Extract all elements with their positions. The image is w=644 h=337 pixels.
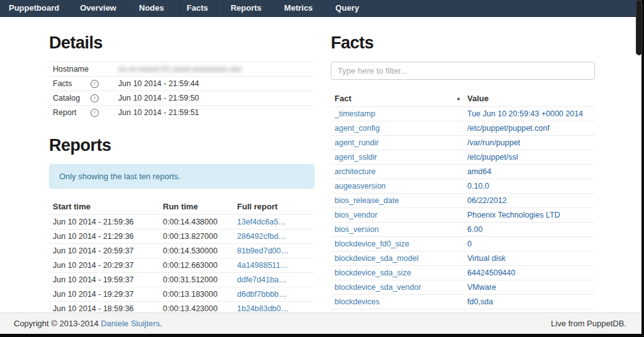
fact-row: blockdevice_sda_size 64424509440 — [331, 265, 595, 280]
details-title: Details — [49, 33, 314, 53]
navbar-item[interactable]: Reports — [219, 0, 273, 16]
details-row-timestamp: Jun 10 2014 - 21:59:50 — [118, 94, 311, 102]
copyright-text: Copyright © 2013-2014 Daniele Sluijters. — [14, 319, 162, 328]
fact-name-link[interactable]: blockdevice_sda_model — [335, 254, 418, 263]
report-hash-link[interactable]: 13ef4dc6a5… — [237, 218, 286, 226]
facts-filter-input[interactable] — [331, 62, 595, 80]
facts-col-fact[interactable]: Fact — [335, 94, 352, 103]
navbar-item[interactable]: Metrics — [273, 0, 325, 16]
details-row: Catalog ↑ Jun 10 2014 - 21:59:50 — [49, 91, 314, 105]
fact-name-link[interactable]: architecture — [335, 167, 375, 176]
details-row-timestamp: Jun 10 2014 - 21:59:44 — [118, 79, 311, 88]
hostname-value-redacted: xx-xx-xxxxx-01.xxxxl.xxxxxxxxx.xxx — [118, 65, 311, 74]
details-row-label: Report — [53, 108, 91, 117]
fact-name-link[interactable]: augeasversion — [335, 182, 386, 191]
report-row: Jun 10 2014 - 21:29:36 0:00:13.827000 28… — [49, 229, 314, 243]
window-bottom-edge — [0, 334, 644, 337]
report-hash-link[interactable]: 1b24b83db0… — [237, 304, 289, 313]
report-start-time: Jun 10 2014 - 18:59:36 — [53, 304, 163, 313]
report-hash-link[interactable]: d6dbf7bbbb… — [237, 290, 287, 299]
scrollbar-thumb[interactable] — [636, 0, 642, 55]
report-row: Jun 10 2014 - 19:29:37 0:00:13.183000 d6… — [49, 287, 314, 301]
fact-name-link[interactable]: agent_ssldir — [335, 153, 377, 162]
details-row-label: Catalog — [53, 94, 91, 102]
fact-value: 0.10.0 — [467, 182, 591, 191]
reports-col-full-report: Full report — [237, 202, 311, 211]
details-row-label: Facts — [53, 79, 91, 88]
fact-row: architecture amd64 — [331, 164, 595, 179]
details-hostname-row: Hostname xx-xx-xxxxx-01.xxxxl.xxxxxxxxx.… — [49, 62, 314, 76]
report-start-time: Jun 10 2014 - 19:29:37 — [53, 290, 163, 299]
fact-name-link[interactable]: blockdevices — [335, 297, 380, 306]
details-row-timestamp: Jun 10 2014 - 21:59:51 — [118, 108, 311, 117]
report-row: Jun 10 2014 - 21:59:36 0:00:14.438000 13… — [49, 214, 314, 229]
report-start-time: Jun 10 2014 - 21:59:36 — [53, 218, 163, 226]
time-ago-icon: ↑ — [91, 109, 118, 117]
report-row: Jun 10 2014 - 20:59:37 0:00:14.530000 81… — [49, 243, 314, 258]
report-run-time: 0:00:13.827000 — [163, 232, 237, 241]
reports-table: Start time Run time Full report Jun 10 2… — [49, 199, 314, 330]
fact-row: bios_version 6.00 — [331, 222, 595, 236]
live-from-puppetdb-text: Live from PuppetDB. — [551, 319, 626, 328]
reports-col-start-time: Start time — [53, 202, 163, 211]
facts-col-value[interactable]: Value — [467, 94, 591, 103]
navbar-item[interactable]: Overview — [69, 0, 128, 16]
reports-col-run-time: Run time — [163, 202, 237, 211]
report-hash-link[interactable]: ddfe7d41ba… — [237, 275, 287, 284]
report-hash-link[interactable]: 81b9ed7d00… — [237, 246, 289, 255]
fact-row: agent_ssldir /etc/puppet/ssl — [331, 150, 595, 164]
report-start-time: Jun 10 2014 - 19:59:37 — [53, 275, 163, 284]
navbar-item[interactable]: Facts — [175, 0, 219, 16]
report-row: Jun 10 2014 - 19:59:37 0:00:31.512000 dd… — [49, 272, 314, 287]
report-start-time: Jun 10 2014 - 20:29:37 — [53, 261, 163, 270]
fact-name-link[interactable]: agent_config — [335, 124, 380, 133]
details-table: Hostname xx-xx-xxxxx-01.xxxxl.xxxxxxxxx.… — [49, 62, 314, 119]
fact-row: bios_release_date 06/22/2012 — [331, 193, 595, 207]
time-ago-icon: ↑ — [91, 80, 118, 88]
reports-table-header: Start time Run time Full report — [49, 199, 314, 214]
reports-info-alert: Only showing the last ten reports. — [49, 164, 314, 189]
report-hash-link[interactable]: 286492cfbd… — [237, 232, 286, 241]
details-row: Report ↑ Jun 10 2014 - 21:59:51 — [49, 105, 314, 119]
page-footer: Copyright © 2013-2014 Daniele Sluijters.… — [0, 312, 641, 334]
report-row: Jun 10 2014 - 20:29:37 0:00:12.663000 4a… — [49, 258, 314, 272]
report-run-time: 0:00:14.438000 — [163, 218, 237, 226]
fact-value: Virtual disk — [467, 254, 591, 263]
hostname-label: Hostname — [53, 65, 91, 74]
fact-name-link[interactable]: blockdevice_sda_vendor — [335, 283, 421, 292]
fact-value: amd64 — [467, 167, 591, 176]
fact-name-link[interactable]: blockdevice_sda_size — [335, 268, 411, 277]
fact-name-link[interactable]: bios_vendor — [335, 211, 377, 219]
right-column: Facts Fact ▲ Value _timestamp Tue Jun 10… — [331, 17, 595, 330]
fact-name-link[interactable]: bios_version — [335, 225, 379, 234]
fact-name-link[interactable]: bios_release_date — [335, 196, 399, 205]
fact-value: Tue Jun 10 20:59:43 +0000 2014 — [467, 109, 591, 118]
fact-value: 06/22/2012 — [467, 196, 591, 205]
author-link[interactable]: Daniele Sluijters — [101, 319, 160, 328]
fact-value: 64424509440 — [467, 268, 591, 277]
main-content: Details Hostname xx-xx-xxxxx-01.xxxxl.xx… — [49, 17, 595, 330]
facts-table: Fact ▲ Value _timestamp Tue Jun 10 20:59… — [331, 91, 595, 323]
navbar-item[interactable]: Nodes — [128, 0, 175, 16]
report-run-time: 0:00:13.183000 — [163, 290, 237, 299]
reports-title: Reports — [49, 136, 314, 155]
fact-row: blockdevices fd0,sda — [331, 294, 595, 309]
report-run-time: 0:00:14.530000 — [163, 246, 237, 255]
fact-row: blockdevice_fd0_size 0 — [331, 236, 595, 251]
navbar-item[interactable]: Query — [324, 0, 370, 16]
fact-name-link[interactable]: blockdevice_fd0_size — [335, 240, 409, 248]
sort-asc-icon[interactable]: ▲ — [456, 96, 467, 101]
facts-table-header: Fact ▲ Value — [331, 91, 595, 106]
fact-value: /etc/puppet/puppet.conf — [467, 124, 591, 133]
navbar-items: Overview Nodes Facts Reports Metrics Que… — [69, 0, 370, 16]
details-rows: Facts ↑ Jun 10 2014 - 21:59:44 Catalog ↑… — [49, 76, 314, 119]
fact-value: /var/run/puppet — [467, 138, 591, 147]
report-hash-link[interactable]: 4a14988511… — [237, 261, 288, 270]
navbar-brand[interactable]: Puppetboard — [0, 0, 69, 16]
fact-value: VMware — [467, 283, 591, 292]
fact-name-link[interactable]: _timestamp — [335, 109, 375, 118]
fact-row: blockdevice_sda_model Virtual disk — [331, 251, 595, 265]
fact-name-link[interactable]: agent_rundir — [335, 138, 379, 147]
fact-value: Phoenix Technologies LTD — [467, 211, 591, 219]
report-start-time: Jun 10 2014 - 20:59:37 — [53, 246, 163, 255]
